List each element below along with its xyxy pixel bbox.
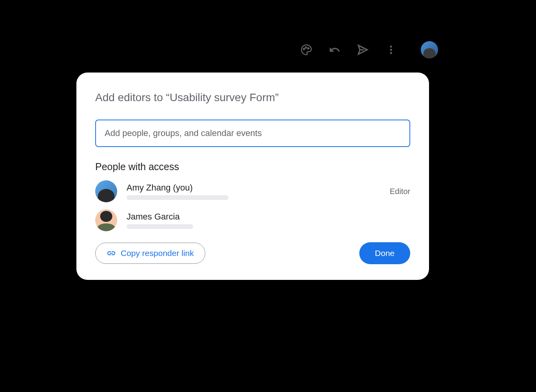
svg-point-3: [390, 45, 392, 47]
person-row: James Garcia: [95, 209, 410, 231]
palette-icon[interactable]: [300, 44, 313, 56]
add-people-input[interactable]: [95, 120, 410, 147]
done-button[interactable]: Done: [359, 242, 410, 264]
person-info: James Garcia: [127, 212, 410, 229]
svg-point-1: [305, 47, 306, 48]
dialog-footer: Copy responder link Done: [95, 242, 410, 264]
copy-responder-link-button[interactable]: Copy responder link: [95, 243, 205, 264]
avatar: [95, 180, 117, 202]
person-info: Amy Zhang (you): [127, 183, 380, 200]
avatar: [95, 209, 117, 231]
copy-link-label: Copy responder link: [121, 249, 194, 258]
person-name: Amy Zhang (you): [127, 183, 380, 193]
dialog-title: Add editors to “Usability survey Form”: [95, 91, 410, 104]
svg-point-4: [390, 49, 392, 51]
share-dialog: Add editors to “Usability survey Form” P…: [76, 73, 429, 280]
person-name: James Garcia: [127, 212, 410, 222]
svg-point-2: [308, 48, 309, 49]
svg-point-0: [303, 49, 304, 50]
person-email-placeholder: [127, 195, 228, 200]
link-icon: [107, 249, 116, 258]
more-icon[interactable]: [385, 44, 397, 56]
role-label: Editor: [390, 187, 410, 196]
svg-point-5: [390, 52, 392, 54]
send-icon[interactable]: [357, 44, 369, 56]
user-avatar[interactable]: [421, 41, 438, 58]
person-row: Amy Zhang (you) Editor: [95, 180, 410, 202]
people-with-access-title: People with access: [95, 161, 410, 172]
undo-icon[interactable]: [328, 44, 341, 56]
person-email-placeholder: [127, 224, 193, 229]
toolbar: [300, 41, 438, 58]
